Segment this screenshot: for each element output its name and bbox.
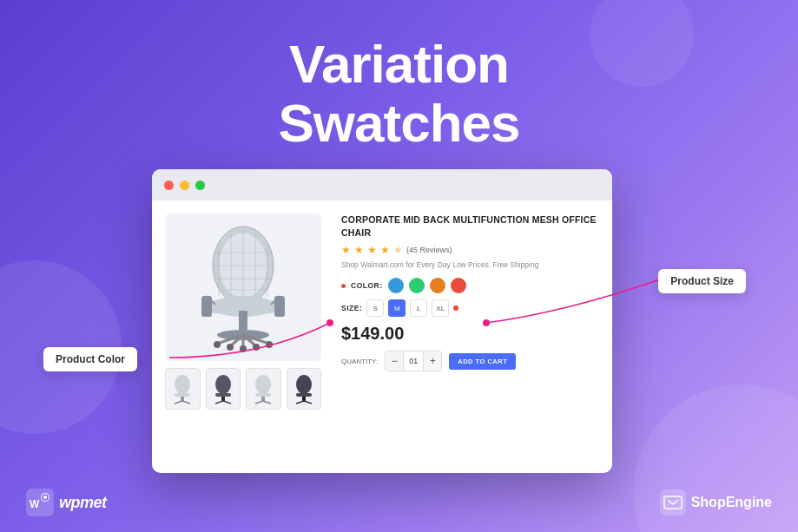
product-price: $149.00: [341, 324, 599, 344]
star-3: ★: [367, 244, 377, 256]
callout-product-size-text: Product Size: [670, 275, 734, 287]
quantity-value: 01: [403, 351, 424, 371]
svg-line-43: [263, 401, 271, 404]
svg-rect-40: [255, 393, 271, 397]
svg-rect-35: [215, 393, 231, 397]
svg-rect-45: [296, 393, 312, 397]
product-details: CORPORATE MID BACK MULTIFUNCTION MESH OF…: [334, 200, 612, 473]
svg-rect-41: [261, 397, 265, 401]
size-m[interactable]: M: [388, 299, 406, 317]
quantity-label: QUANTITY:: [341, 358, 378, 365]
svg-line-38: [223, 401, 231, 404]
svg-line-32: [175, 401, 182, 404]
svg-point-39: [255, 375, 271, 394]
svg-line-37: [215, 401, 223, 404]
thumbnail-1[interactable]: [165, 368, 201, 410]
thumbnail-row: [165, 368, 321, 410]
browser-dot-red[interactable]: [164, 181, 174, 190]
color-dot-bullet: [341, 284, 346, 288]
svg-point-21: [266, 341, 273, 348]
browser-titlebar: [152, 169, 612, 200]
browser-window: CORPORATE MID BACK MULTIFUNCTION MESH OF…: [152, 169, 612, 473]
shop-description: Shop Walmart.com for Every Day Low Price…: [341, 260, 599, 271]
svg-point-44: [296, 375, 312, 394]
svg-point-22: [227, 344, 234, 351]
color-swatch-blue[interactable]: [388, 278, 404, 293]
stars-row: ★ ★ ★ ★ ★ (45 Reviews): [341, 244, 599, 256]
star-half: ★: [393, 244, 403, 256]
star-1: ★: [341, 244, 351, 256]
quantity-decrease[interactable]: −: [386, 351, 403, 371]
thumbnail-3[interactable]: [246, 368, 281, 410]
svg-point-29: [175, 375, 190, 394]
shopengine-logo: ShopEngine: [660, 489, 772, 516]
svg-line-48: [304, 401, 312, 404]
wpmet-icon: W: [26, 489, 54, 516]
size-label: SIZE:: [341, 304, 362, 312]
callout-product-color-text: Product Color: [56, 353, 125, 365]
size-dot-indicator: [453, 305, 458, 311]
star-2: ★: [354, 244, 364, 256]
main-product-image: [165, 213, 321, 361]
quantity-increase[interactable]: +: [424, 351, 441, 371]
color-swatch-orange[interactable]: [430, 278, 445, 293]
svg-point-20: [214, 341, 221, 348]
wpmet-label: wpmet: [59, 494, 107, 512]
reviews-count: (45 Reviews): [406, 246, 452, 254]
product-image-section: [152, 200, 334, 473]
cart-row: QUANTITY: − 01 + ADD TO CART: [341, 351, 599, 371]
callout-product-color: Product Color: [43, 347, 137, 371]
wpmet-logo: W wpmet: [26, 489, 107, 516]
size-l[interactable]: L: [410, 299, 427, 317]
svg-rect-13: [239, 311, 247, 330]
chair-svg-main: [182, 218, 304, 357]
color-swatch-green[interactable]: [409, 278, 425, 293]
browser-dot-green[interactable]: [195, 181, 205, 190]
add-to-cart-button[interactable]: ADD TO CART: [449, 353, 516, 370]
title-line1: Variation: [0, 35, 798, 94]
browser-content: CORPORATE MID BACK MULTIFUNCTION MESH OF…: [152, 200, 612, 473]
quantity-control: − 01 +: [385, 351, 442, 371]
shopengine-label: ShopEngine: [691, 495, 772, 510]
callout-product-size: Product Size: [658, 269, 746, 293]
footer: W wpmet ShopEngine: [0, 489, 798, 516]
svg-rect-30: [175, 393, 190, 397]
product-title: CORPORATE MID BACK MULTIFUNCTION MESH OF…: [341, 213, 599, 239]
svg-line-47: [296, 401, 304, 404]
browser-dot-yellow[interactable]: [180, 181, 189, 190]
svg-line-42: [255, 401, 263, 404]
svg-rect-36: [221, 397, 225, 401]
color-swatch-red[interactable]: [451, 278, 466, 293]
svg-rect-46: [302, 397, 306, 401]
hero-title: Variation Swatches: [0, 35, 798, 153]
thumbnail-2[interactable]: [206, 368, 241, 410]
color-label: COLOR:: [351, 281, 383, 290]
svg-line-33: [182, 401, 190, 404]
svg-point-24: [240, 345, 247, 352]
size-section: SIZE: S M L XL: [341, 299, 599, 317]
thumbnail-4[interactable]: [287, 368, 322, 410]
svg-point-34: [215, 375, 231, 394]
size-s[interactable]: S: [366, 299, 384, 317]
title-line2: Swatches: [0, 94, 798, 153]
size-xl[interactable]: XL: [432, 299, 449, 317]
color-section: COLOR:: [341, 278, 599, 293]
svg-rect-31: [181, 397, 184, 401]
shopengine-icon: [660, 489, 686, 516]
svg-point-23: [253, 344, 260, 351]
svg-text:W: W: [30, 498, 40, 510]
star-4: ★: [380, 244, 390, 256]
